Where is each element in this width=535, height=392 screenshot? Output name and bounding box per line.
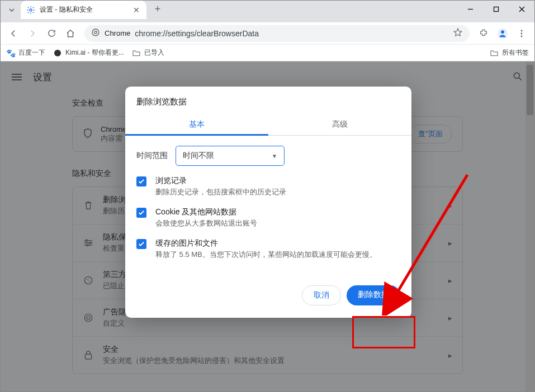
content-area: 设置 安全检查 Chrome 内容需 查"页面 隐私和安全 删除浏删除历 ▸ 隐… bbox=[1, 61, 534, 392]
url-text: chrome://settings/clearBrowserData bbox=[135, 29, 259, 38]
baidu-icon: 🐾 bbox=[6, 49, 15, 58]
check-title: Cookie 及其他网站数据 bbox=[155, 207, 257, 217]
svg-point-7 bbox=[521, 32, 523, 34]
svg-point-2 bbox=[92, 29, 99, 36]
clear-browsing-data-dialog: 删除浏览数据 基本 高级 时间范围 时间不限 ▼ 浏览记录删除历史记录，包括搜索… bbox=[125, 87, 411, 318]
tab-search-button[interactable] bbox=[6, 4, 17, 16]
bookmark-kimi[interactable]: Kimi.ai - 帮你看更... bbox=[53, 48, 124, 58]
window-titlebar: 设置 - 隐私和安全 ✕ + bbox=[1, 1, 534, 22]
reload-button[interactable] bbox=[43, 25, 60, 42]
svg-rect-1 bbox=[494, 7, 498, 11]
chrome-scheme-label: Chrome bbox=[105, 29, 130, 37]
check-subtitle: 会致使您从大多数网站退出账号 bbox=[155, 218, 257, 228]
svg-point-9 bbox=[54, 50, 61, 56]
tab-indicator bbox=[125, 134, 268, 136]
time-range-value: 时间不限 bbox=[183, 151, 214, 161]
time-range-label: 时间范围 bbox=[136, 151, 168, 161]
bookmark-star-icon[interactable] bbox=[453, 27, 463, 39]
bookmark-label: Kimi.ai - 帮你看更... bbox=[65, 48, 124, 58]
gear-icon bbox=[26, 6, 35, 15]
dialog-actions: 取消 删除数据 bbox=[125, 274, 411, 318]
dialog-tabs: 基本 高级 bbox=[125, 114, 411, 136]
svg-point-5 bbox=[501, 30, 504, 34]
minimize-button[interactable] bbox=[457, 1, 483, 17]
chevron-down-icon: ▼ bbox=[272, 153, 277, 159]
new-tab-button[interactable]: + bbox=[150, 1, 165, 17]
dialog-title: 删除浏览数据 bbox=[125, 87, 411, 114]
svg-point-0 bbox=[30, 9, 32, 11]
check-title: 缓存的图片和文件 bbox=[155, 238, 377, 248]
bookmark-imported-folder[interactable]: 已导入 bbox=[132, 48, 164, 58]
tab-title: 设置 - 隐私和安全 bbox=[40, 5, 127, 15]
home-button[interactable] bbox=[62, 25, 79, 42]
check-subtitle: 删除历史记录，包括搜索框中的历史记录 bbox=[155, 187, 286, 197]
checkbox-checked-icon[interactable] bbox=[136, 239, 146, 249]
bookmark-label: 百度一下 bbox=[18, 48, 45, 58]
extensions-button[interactable] bbox=[475, 25, 492, 42]
back-button[interactable] bbox=[5, 25, 22, 42]
close-tab-button[interactable]: ✕ bbox=[132, 6, 141, 15]
kimi-icon bbox=[53, 49, 62, 58]
check-title: 浏览记录 bbox=[155, 176, 286, 186]
maximize-button[interactable] bbox=[483, 1, 509, 17]
window-close-button[interactable] bbox=[509, 1, 534, 17]
check-subtitle: 释放了 5.5 MB。当您下次访问时，某些网站的加载速度可能会更慢。 bbox=[155, 250, 377, 260]
tab-advanced[interactable]: 高级 bbox=[268, 114, 411, 135]
svg-point-6 bbox=[521, 30, 523, 31]
bookmark-baidu[interactable]: 🐾 百度一下 bbox=[6, 48, 45, 58]
check-browsing-history[interactable]: 浏览记录删除历史记录，包括搜索框中的历史记录 bbox=[136, 176, 400, 197]
all-bookmarks-label: 所有书签 bbox=[502, 48, 529, 58]
address-bar[interactable]: Chrome chrome://settings/clearBrowserDat… bbox=[84, 25, 470, 42]
time-range-row: 时间范围 时间不限 ▼ bbox=[136, 146, 400, 166]
folder-icon bbox=[490, 49, 499, 58]
folder-icon bbox=[132, 49, 141, 58]
svg-point-8 bbox=[521, 35, 523, 37]
cancel-button[interactable]: 取消 bbox=[302, 285, 341, 305]
confirm-delete-button[interactable]: 删除数据 bbox=[347, 285, 400, 305]
check-cookies[interactable]: Cookie 及其他网站数据会致使您从大多数网站退出账号 bbox=[136, 207, 400, 228]
svg-point-3 bbox=[94, 31, 97, 34]
bookmark-label: 已导入 bbox=[144, 48, 164, 58]
checkbox-checked-icon[interactable] bbox=[136, 208, 146, 218]
browser-toolbar: Chrome chrome://settings/clearBrowserDat… bbox=[1, 22, 534, 45]
forward-button[interactable] bbox=[24, 25, 41, 42]
tab-basic[interactable]: 基本 bbox=[125, 114, 268, 135]
checkbox-checked-icon[interactable] bbox=[136, 176, 146, 187]
time-range-select[interactable]: 时间不限 ▼ bbox=[176, 146, 285, 166]
check-cached-files[interactable]: 缓存的图片和文件释放了 5.5 MB。当您下次访问时，某些网站的加载速度可能会更… bbox=[136, 238, 400, 260]
browser-tab[interactable]: 设置 - 隐私和安全 ✕ bbox=[21, 1, 146, 19]
menu-button[interactable] bbox=[513, 25, 530, 42]
all-bookmarks-button[interactable]: 所有书签 bbox=[490, 48, 529, 58]
chrome-logo-icon bbox=[91, 28, 100, 39]
bookmarks-bar: 🐾 百度一下 Kimi.ai - 帮你看更... 已导入 所有书签 bbox=[1, 45, 534, 61]
profile-button[interactable] bbox=[494, 25, 511, 42]
